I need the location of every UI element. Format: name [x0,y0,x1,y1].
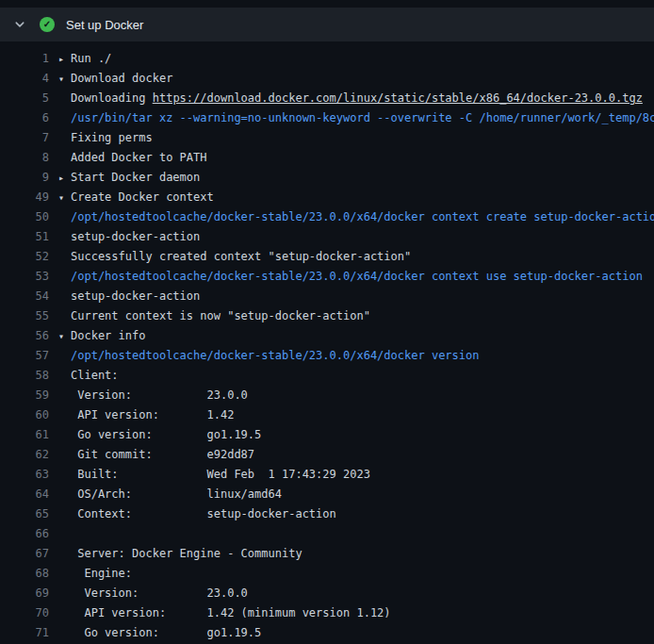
line-number[interactable]: 69 [0,584,49,603]
line-number[interactable]: 52 [0,247,49,267]
log-text: setup-docker-action [71,289,200,303]
line-number[interactable]: 61 [0,425,49,445]
group-expanded-icon[interactable]: ▾ [58,69,71,89]
log-line: 50/opt/hostedtoolcache/docker-stable/23.… [0,207,654,227]
log-line: 67 Server: Docker Engine - Community [0,544,654,564]
line-text: setup-docker-action [71,227,200,247]
line-text: API version: 1.42 [71,405,234,425]
line-number[interactable]: 6 [0,108,49,128]
arrow-spacer [58,346,71,366]
line-number[interactable]: 55 [0,306,49,326]
log-line: 60 API version: 1.42 [0,405,654,425]
line-text: Successfully created context "setup-dock… [71,247,411,267]
arrow-spacer [58,524,71,544]
chevron-down-icon[interactable] [13,18,26,31]
log-text: Client: [71,369,119,382]
log-line: 64 OS/Arch: linux/amd64 [0,485,654,504]
line-number[interactable]: 57 [0,346,49,366]
log-line: 66 [0,524,654,544]
arrow-spacer [58,425,71,445]
log-text: Server: Docker Engine - Community [71,547,302,560]
line-number[interactable]: 54 [0,287,49,306]
line-number[interactable]: 70 [0,603,49,623]
log-line: 7Fixing perms [0,128,654,148]
arrow-spacer [58,386,71,405]
log-text: Current context is now "setup-docker-act… [71,309,370,322]
log-line: 65 Context: setup-docker-action [0,504,654,524]
line-number[interactable]: 4 [0,69,49,89]
line-number[interactable]: 50 [0,207,49,227]
line-text: Client: [71,366,119,386]
log-link[interactable]: https://download.docker.com/linux/static… [153,91,643,105]
arrow-spacer [58,504,71,524]
group-expanded-icon[interactable]: ▾ [58,326,71,346]
line-number[interactable]: 7 [0,128,49,148]
line-text: Create Docker context [71,188,214,207]
log-text: Engine: [71,567,132,580]
line-text: Download docker [71,69,172,89]
line-number[interactable]: 8 [0,148,49,168]
log-text: Downloading [71,91,153,105]
line-number[interactable]: 53 [0,267,49,287]
check-glyph: ✓ [43,20,51,29]
line-number[interactable]: 51 [0,227,49,247]
log-line: 69 Version: 23.0.0 [0,584,654,603]
log-text: Run ./ [71,52,111,65]
line-text: Fixing perms [71,128,153,148]
line-number[interactable]: 5 [0,89,49,108]
arrow-spacer [58,267,71,287]
arrow-spacer [58,544,71,564]
line-number[interactable]: 59 [0,386,49,405]
log-text: Go version: go1.19.5 [71,428,261,441]
group-collapsed-icon[interactable]: ▸ [58,168,71,188]
log-line: 51setup-docker-action [0,227,654,247]
log-text: Built: Wed Feb 1 17:43:29 2023 [71,468,370,481]
line-number[interactable]: 67 [0,544,49,564]
group-expanded-icon[interactable]: ▾ [58,188,71,207]
line-number[interactable]: 1 [0,49,49,69]
log-command-text: /opt/hostedtoolcache/docker-stable/23.0.… [71,349,479,362]
line-number[interactable]: 60 [0,405,49,425]
log-text: Fixing perms [71,131,153,144]
log-line: 70 API version: 1.42 (minimum version 1.… [0,603,654,623]
line-text: API version: 1.42 (minimum version 1.12) [71,603,391,623]
log-line: 4▾Download docker [0,69,654,89]
arrow-spacer [58,247,71,267]
line-text: Version: 23.0.0 [71,386,248,405]
step-title: Set up Docker [66,18,143,32]
log-line: 1▸Run ./ [0,49,654,69]
line-number[interactable]: 65 [0,504,49,524]
line-text: /opt/hostedtoolcache/docker-stable/23.0.… [71,207,654,227]
line-number[interactable]: 62 [0,445,49,465]
arrow-spacer [58,623,71,643]
arrow-spacer [58,89,71,108]
line-number[interactable]: 58 [0,366,49,386]
line-number[interactable]: 9 [0,168,49,188]
arrow-spacer [58,128,71,148]
line-text: Go version: go1.19.5 [71,623,261,643]
step-header[interactable]: ✓ Set up Docker [0,8,654,41]
log-text: Go version: go1.19.5 [71,626,261,639]
line-text: Engine: [71,564,132,584]
log-line: 53/opt/hostedtoolcache/docker-stable/23.… [0,267,654,287]
line-text: Docker info [71,326,145,346]
log-line: 56▾Docker info [0,326,654,346]
line-text: setup-docker-action [71,287,200,306]
line-number[interactable]: 66 [0,524,49,544]
line-number[interactable]: 68 [0,564,49,584]
log-line: 57/opt/hostedtoolcache/docker-stable/23.… [0,346,654,366]
line-number[interactable]: 49 [0,188,49,207]
line-number[interactable]: 56 [0,326,49,346]
line-text: Downloading https://download.docker.com/… [71,89,643,108]
log-line: 49▾Create Docker context [0,188,654,207]
group-collapsed-icon[interactable]: ▸ [58,49,71,69]
log-text: Start Docker daemon [71,171,200,184]
arrow-spacer [58,603,71,623]
arrow-spacer [58,405,71,425]
line-number[interactable]: 71 [0,623,49,643]
line-number[interactable]: 63 [0,465,49,485]
log-text: OS/Arch: linux/amd64 [71,487,282,501]
log-line: 71 Go version: go1.19.5 [0,623,654,643]
log-line: 52Successfully created context "setup-do… [0,247,654,267]
line-number[interactable]: 64 [0,485,49,504]
